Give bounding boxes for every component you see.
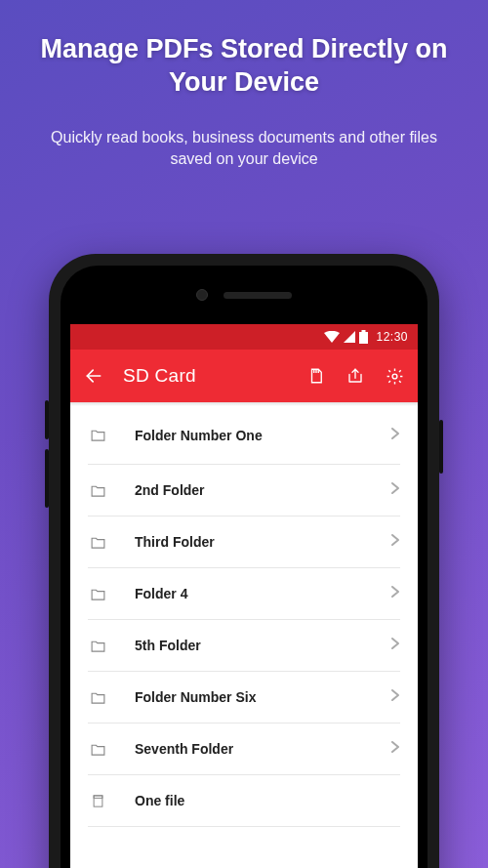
chevron-right-icon <box>390 637 400 654</box>
status-bar: 12:30 <box>70 324 418 350</box>
chevron-right-icon <box>390 740 400 758</box>
phone-frame: 12:30 SD Card <box>49 254 439 868</box>
list-item-label: Third Folder <box>125 534 373 550</box>
svg-rect-0 <box>359 332 368 344</box>
list-item[interactable]: 2nd Folder <box>88 465 400 517</box>
sd-card-icon[interactable] <box>307 367 325 385</box>
list-item[interactable]: One file <box>88 775 400 827</box>
phone-earpiece-row <box>70 275 418 314</box>
folder-icon <box>88 689 107 706</box>
list-item-label: 5th Folder <box>125 638 373 653</box>
list-item[interactable]: 5th Folder <box>88 620 400 672</box>
list-item[interactable]: Seventh Folder <box>88 723 400 775</box>
list-item-label: Folder 4 <box>125 586 373 601</box>
hero: Manage PDFs Stored Directly on Your Devi… <box>0 0 488 170</box>
app-bar: SD Card <box>70 350 418 402</box>
list-item-label: Folder Number Six <box>125 689 373 705</box>
folder-icon <box>88 638 107 654</box>
chevron-right-icon <box>390 533 400 551</box>
svg-rect-8 <box>94 795 102 798</box>
list-item[interactable]: Third Folder <box>88 517 400 568</box>
wifi-icon <box>324 331 340 343</box>
earpiece <box>224 292 292 299</box>
svg-rect-7 <box>94 795 102 806</box>
phone-side-button <box>45 400 49 439</box>
chevron-right-icon <box>390 427 400 444</box>
folder-icon <box>88 427 107 443</box>
file-list[interactable]: Folder Number One2nd FolderThird FolderF… <box>70 406 418 827</box>
hero-title: Manage PDFs Stored Directly on Your Devi… <box>29 33 459 100</box>
folder-icon <box>88 586 107 602</box>
front-camera <box>196 289 208 301</box>
battery-icon <box>359 330 368 344</box>
share-icon[interactable] <box>346 367 364 385</box>
chevron-right-icon <box>390 481 400 499</box>
list-item-label: Folder Number One <box>125 428 373 443</box>
folder-icon <box>88 534 107 551</box>
chevron-right-icon <box>390 688 400 706</box>
hero-subtitle: Quickly read books, business documents a… <box>29 127 459 171</box>
signal-icon <box>344 331 355 343</box>
list-item[interactable]: Folder Number Six <box>88 672 400 723</box>
list-item[interactable]: Folder 4 <box>88 568 400 620</box>
phone-side-button <box>45 449 49 508</box>
phone-bezel: 12:30 SD Card <box>61 266 427 868</box>
settings-icon[interactable] <box>386 367 404 386</box>
list-item-label: 2nd Folder <box>125 482 373 498</box>
list-item-label: Seventh Folder <box>125 741 373 757</box>
app-bar-actions <box>307 367 404 386</box>
list-item[interactable]: Folder Number One <box>88 406 400 465</box>
back-button[interactable] <box>84 366 103 386</box>
svg-rect-1 <box>362 330 366 332</box>
svg-point-6 <box>392 374 397 379</box>
folder-icon <box>88 741 107 758</box>
status-time: 12:30 <box>376 330 408 344</box>
screen: 12:30 SD Card <box>70 324 418 868</box>
file-icon <box>88 793 107 809</box>
phone-side-button <box>439 420 443 474</box>
folder-icon <box>88 482 107 499</box>
page-title: SD Card <box>123 365 288 387</box>
list-item-label: One file <box>125 793 400 808</box>
chevron-right-icon <box>390 585 400 602</box>
